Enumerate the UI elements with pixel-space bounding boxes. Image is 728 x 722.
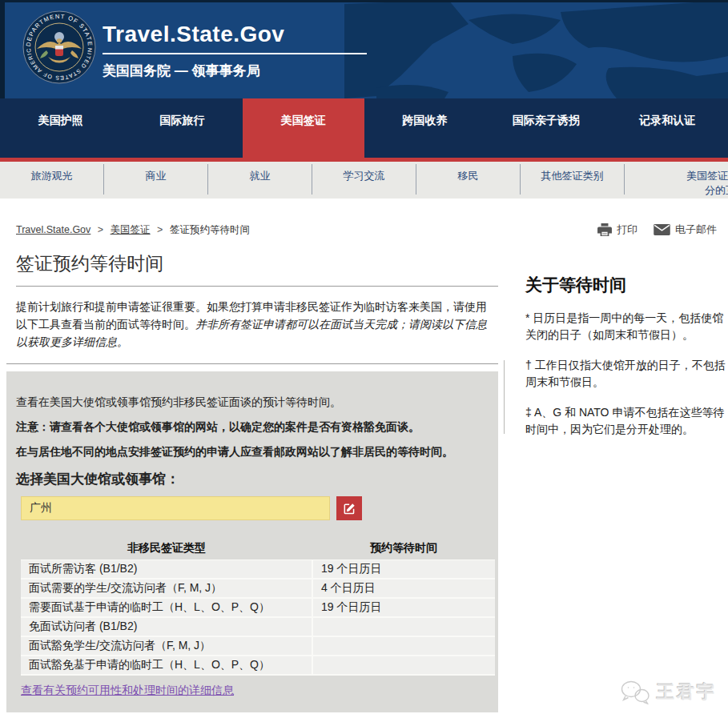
visa-type-header: 非移民签证类型 [21,539,312,560]
visa-sub-navigation: 旅游观光 商业 就业 学习交流 移民 其他签证类别 美国签证和身 分的互惠 [0,162,728,199]
visa-type-cell: 需要面试基于申请的临时工（H、L、O、P、Q） [21,598,312,617]
site-identity: Travel.State.Gov 美国国务院 — 领事事务局 [103,22,367,80]
breadcrumb: Travel.State.Gov > 美国签证 > 签证预约等待时间 [16,223,250,237]
wechat-icon [620,680,650,704]
main-nav-item-child-abduction[interactable]: 国际亲子诱拐 [485,98,607,158]
main-nav-item-international-travel[interactable]: 国际旅行 [122,98,243,158]
sub-nav-item-reciprocity[interactable]: 美国签证和身 分的互惠 [625,164,728,195]
visa-type-cell: 免面试访问者 (B1/B2) [21,617,312,636]
print-button[interactable]: 打印 [597,223,638,237]
visa-type-cell: 面试需要的学生/交流访问者（F, M, J） [21,579,312,598]
main-nav-item-adoption[interactable]: 跨国收养 [364,98,486,158]
table-row: 面试所需访客 (B1/B2) 19 个日历日 [21,560,495,580]
sub-nav-item-study[interactable]: 学习交流 [312,164,416,195]
top-border [0,0,728,2]
table-row: 面试需要的学生/交流访问者（F, M, J） 4 个日历日 [21,579,495,598]
content-columns: 签证预约等待时间 提前计划旅行和提前申请签证很重要。如果您打算申请非移民签证作为… [0,247,728,712]
watermark: 王君宇 [620,680,717,704]
main-navigation: 美国护照 国际旅行 美国签证 跨国收养 国际亲子诱拐 记录和认证 [0,98,728,158]
watermark-name: 王君宇 [657,680,717,704]
wait-time-cell: 19 个日历日 [312,560,495,580]
printer-icon [597,223,612,237]
table-row: 需要面试基于申请的临时工（H、L、O、P、Q） 19 个日历日 [21,598,495,617]
section-rule [6,363,498,364]
visa-type-cell: 面试所需访客 (B1/B2) [21,560,312,580]
pencil-square-icon [344,503,356,515]
sidebar-note-workdays: † 工作日仅指大使馆开放的日子，不包括周末和节假日。 [525,357,728,391]
breadcrumb-separator: > [157,224,163,235]
interview-waiver-note: 注意：请查看各个大使馆或领事馆的网站，以确定您的案件是否有资格豁免面谈。 [16,420,487,434]
wait-time-cell [312,656,495,675]
select-post-label: 选择美国大使馆或领事馆： [16,470,487,488]
sub-nav-item-other-visa[interactable]: 其他签证类别 [521,164,625,195]
intro-paragraph: 提前计划旅行和提前申请签证很重要。如果您打算申请非移民签证作为临时访客来美国，请… [16,298,489,351]
table-row: 面试豁免学生/交流访问者（F, M, J） [21,636,495,656]
wait-time-cell [312,636,495,656]
wait-times-table: 非移民签证类型 预约等待时间 面试所需访客 (B1/B2) 19 个日历日 面试… [21,539,495,676]
sub-nav-item-employment[interactable]: 就业 [208,164,312,195]
wait-time-cell: 19 个日历日 [312,598,495,617]
title-rule [16,286,498,287]
sub-nav-item-business[interactable]: 商业 [104,164,208,195]
main-nav-item-us-visas[interactable]: 美国签证 [243,98,364,158]
page-title: 签证预约等待时间 [16,251,498,276]
tool-description: 查看在美国大使馆或领事馆预约非移民签证面谈的预计等待时间。 [16,395,487,409]
post-input[interactable] [21,496,330,520]
breadcrumb-current: 签证预约等待时间 [170,224,250,235]
left-border [0,0,5,98]
breadcrumb-home-link[interactable]: Travel.State.Gov [16,224,90,235]
column-divider [504,360,505,434]
wait-time-tool: 查看在美国大使馆或领事馆预约非移民签证面谈的预计等待时间。 注意：请查看各个大使… [6,371,498,712]
email-icon [654,224,670,235]
table-row: 面试豁免基于申请的临时工（H、L、O、P、Q） [21,656,495,675]
breadcrumb-row: Travel.State.Gov > 美国签证 > 签证预约等待时间 打印 电子… [0,199,728,240]
visa-type-cell: 面试豁免基于申请的临时工（H、L、O、P、Q） [21,656,312,675]
post-selector-row [21,496,487,520]
breadcrumb-visas-link[interactable]: 美国签证 [111,224,151,235]
appointment-details-link[interactable]: 查看有关预约可用性和处理时间的详细信息 [21,684,234,698]
main-content: 签证预约等待时间 提前计划旅行和提前申请签证很重要。如果您打算申请非移民签证作为… [6,247,498,712]
site-title[interactable]: Travel.State.Gov [103,22,367,47]
email-button[interactable]: 电子邮件 [654,223,717,237]
site-header: DEPARTMENT OF STATE UNITED STATES OF AME… [0,0,728,98]
state-department-seal: DEPARTMENT OF STATE UNITED STATES OF AME… [22,10,96,87]
wait-time-cell [312,617,495,636]
nonresident-note: 在与居住地不同的地点安排签证预约的申请人应查看邮政网站以了解非居民的等待时间。 [16,445,487,459]
site-subtitle: 美国国务院 — 领事事务局 [103,62,367,80]
sidebar-title: 关于等待时间 [525,274,728,296]
page-actions: 打印 电子邮件 [597,223,717,237]
table-header-row: 非移民签证类型 预约等待时间 [21,539,495,560]
visa-type-cell: 面试豁免学生/交流访问者（F, M, J） [21,636,312,656]
sidebar-note-nato: ‡ A、G 和 NATO 申请不包括在这些等待时间中，因为它们是分开处理的。 [525,404,728,438]
sidebar: 关于等待时间 * 日历日是指一周中的每一天，包括使馆关闭的日子（如周末和节假日）… [525,247,728,712]
sidebar-note-calendar-days: * 日历日是指一周中的每一天，包括使馆关闭的日子（如周末和节假日）。 [525,310,728,343]
wait-time-header: 预约等待时间 [312,539,495,560]
main-nav-item-records[interactable]: 记录和认证 [607,98,728,158]
main-nav-item-passports[interactable]: 美国护照 [0,98,122,158]
sub-nav-item-immigrate[interactable]: 移民 [416,164,521,195]
breadcrumb-separator: > [98,224,103,235]
wait-time-cell: 4 个日历日 [312,579,495,598]
edit-post-button[interactable] [336,496,362,520]
title-underline [103,53,367,54]
sub-nav-item-tourism[interactable]: 旅游观光 [0,164,104,195]
table-row: 免面试访问者 (B1/B2) [21,617,495,636]
